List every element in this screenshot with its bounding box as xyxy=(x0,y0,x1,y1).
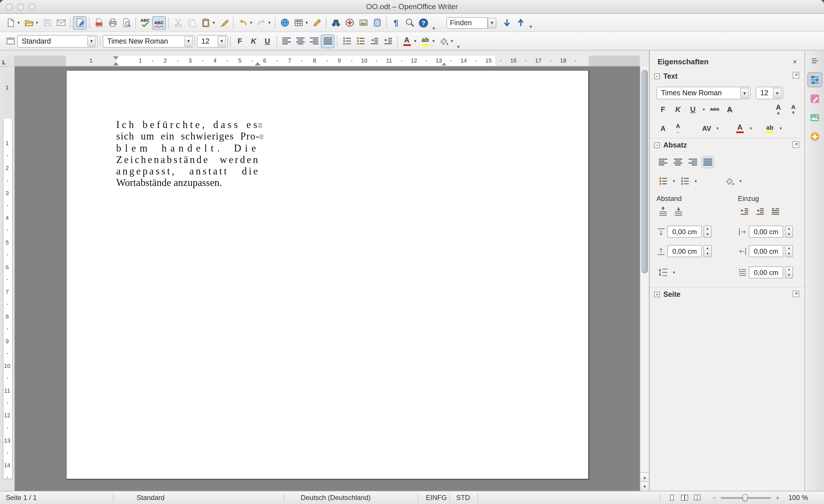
right-margin-marker[interactable] xyxy=(442,63,446,66)
sidebar-font-color-button[interactable]: A xyxy=(733,122,746,135)
scrollbar-thumb[interactable] xyxy=(641,70,648,273)
sidebar-size-dropdown-arrow[interactable]: ▼ xyxy=(773,88,782,98)
redo-button[interactable] xyxy=(254,16,268,29)
paste-button[interactable] xyxy=(199,16,212,29)
character-spacing-dropdown[interactable]: ▼ xyxy=(715,126,720,130)
sidebar-tab-gallery[interactable] xyxy=(807,110,822,125)
minimize-window-button[interactable] xyxy=(17,3,24,10)
paragraph-style-select[interactable]: Standard▼ xyxy=(17,35,98,47)
navigator-button[interactable] xyxy=(342,16,356,29)
switch-indent-button[interactable] xyxy=(769,205,782,218)
increase-indent-button[interactable] xyxy=(381,34,395,48)
sidebar-align-right-button[interactable] xyxy=(686,156,700,169)
status-page-style[interactable]: Standard xyxy=(136,491,165,504)
shadow-button[interactable]: A xyxy=(723,103,736,116)
sidebar-tab-navigator[interactable] xyxy=(807,129,822,144)
left-indent-marker[interactable] xyxy=(113,62,118,66)
new-document-button[interactable] xyxy=(3,16,17,29)
find-next-button[interactable] xyxy=(500,16,514,29)
decrease-paragraph-spacing-button[interactable] xyxy=(672,205,685,218)
zoom-slider-thumb[interactable] xyxy=(742,494,748,502)
first-line-indent-spinner[interactable]: ▲▼ xyxy=(785,266,793,278)
find-input[interactable] xyxy=(446,17,488,28)
strikethrough-button[interactable]: ABC xyxy=(708,103,721,116)
italic-button[interactable]: K xyxy=(247,34,261,48)
hyperlink-button[interactable] xyxy=(278,16,292,29)
find-replace-button[interactable] xyxy=(329,16,342,29)
find-previous-button[interactable] xyxy=(514,16,527,29)
close-window-button[interactable] xyxy=(6,3,13,10)
character-spacing-button[interactable]: AV xyxy=(700,122,713,135)
view-single-page-button[interactable] xyxy=(668,491,676,504)
vertical-scrollbar[interactable]: ▲ ▼ xyxy=(640,67,649,491)
numbered-list-dropdown[interactable]: ▼ xyxy=(693,179,698,183)
first-line-indent-marker[interactable] xyxy=(113,56,118,60)
paragraph-background-dropdown[interactable]: ▼ xyxy=(738,179,743,183)
status-insert-mode[interactable]: EINFG xyxy=(426,491,447,504)
sidebar-bullet-list-button[interactable] xyxy=(656,175,670,188)
paragraph-text[interactable]: Ich befürchte, dass essich um ein schwie… xyxy=(116,119,260,189)
decrease-spacing-button[interactable]: A↔ xyxy=(672,122,685,135)
formatting-toolbar-options-button[interactable]: ▼ xyxy=(455,45,462,49)
sidebar-underline-button[interactable]: U xyxy=(686,103,700,116)
sidebar-bold-button[interactable]: F xyxy=(656,103,670,116)
spacing-above-spinner[interactable]: ▲▼ xyxy=(704,226,712,238)
sidebar-tab-properties[interactable] xyxy=(807,72,822,87)
justify-button[interactable] xyxy=(321,34,334,48)
sidebar-font-name-select[interactable]: Times New Roman▼ xyxy=(656,87,750,99)
copy-button[interactable] xyxy=(185,16,199,29)
collapse-text-section[interactable]: − xyxy=(654,73,660,79)
highlight-color-button[interactable]: ab xyxy=(418,34,432,48)
first-line-indent-field[interactable]: 0,00 cm xyxy=(749,266,783,278)
page-dialog-launcher-icon[interactable] xyxy=(792,290,800,299)
sidebar-italic-button[interactable]: K xyxy=(672,103,685,116)
status-zoom-percent[interactable]: 100 % xyxy=(789,491,808,504)
sidebar-menu-icon[interactable] xyxy=(807,54,822,68)
edit-mode-button[interactable] xyxy=(73,16,87,29)
font-color-button[interactable]: A xyxy=(400,34,414,48)
right-indent-marker[interactable] xyxy=(255,62,261,66)
sidebar-tab-styles[interactable] xyxy=(807,91,822,106)
autospellcheck-button[interactable]: ABC xyxy=(152,16,166,29)
zoom-button[interactable] xyxy=(403,16,417,29)
previous-page-button[interactable]: ▲ xyxy=(640,473,649,482)
zoom-slider[interactable] xyxy=(721,497,771,499)
formatting-marks-button[interactable]: ¶ xyxy=(389,16,403,29)
insert-table-button[interactable] xyxy=(292,16,305,29)
spacing-below-field[interactable]: 0,00 cm xyxy=(667,245,702,257)
styles-icon[interactable] xyxy=(3,34,17,48)
find-toolbar-options-button[interactable]: ▼ xyxy=(527,24,534,28)
underline-button[interactable]: U xyxy=(261,34,274,48)
page-preview-button[interactable] xyxy=(119,16,133,29)
font-size-dropdown-arrow[interactable]: ▼ xyxy=(217,36,226,46)
next-page-button[interactable]: ▼ xyxy=(640,482,649,491)
sidebar-increase-indent-button[interactable] xyxy=(738,205,751,218)
clone-formatting-button[interactable] xyxy=(217,16,231,29)
expand-page-section[interactable]: + xyxy=(654,292,660,297)
spellcheck-button[interactable]: ABC xyxy=(138,16,152,29)
print-button[interactable] xyxy=(106,16,119,29)
sidebar-highlight-dropdown[interactable]: ▼ xyxy=(778,126,783,130)
line-spacing-dropdown[interactable]: ▼ xyxy=(672,270,677,274)
sidebar-decrease-indent-button[interactable] xyxy=(753,205,766,218)
document-canvas[interactable]: Ich befürchte, dass essich um ein schwie… xyxy=(15,67,640,491)
indent-after-spinner[interactable]: ▲▼ xyxy=(785,245,793,257)
zoom-window-button[interactable] xyxy=(29,3,35,10)
sidebar-numbered-list-button[interactable] xyxy=(678,175,692,188)
sidebar-highlight-button[interactable]: ab xyxy=(763,122,777,135)
font-name-dropdown-arrow[interactable]: ▼ xyxy=(184,36,193,46)
indent-after-field[interactable]: 0,00 cm xyxy=(749,245,783,257)
align-left-button[interactable] xyxy=(280,34,293,48)
line-spacing-button[interactable] xyxy=(656,266,670,279)
export-pdf-button[interactable] xyxy=(92,16,106,29)
undo-button[interactable] xyxy=(236,16,249,29)
document-page[interactable]: Ich befürchte, dass essich um ein schwie… xyxy=(66,70,589,479)
find-dropdown[interactable]: ▼ xyxy=(488,17,496,28)
background-color-button[interactable] xyxy=(437,34,450,48)
zoom-out-button[interactable]: − xyxy=(710,494,718,502)
view-multiple-pages-button[interactable] xyxy=(681,491,689,504)
sidebar-font-dropdown-arrow[interactable]: ▼ xyxy=(740,88,749,98)
open-button[interactable] xyxy=(22,16,35,29)
sidebar-justify-button[interactable] xyxy=(701,156,714,169)
bullet-list-button[interactable] xyxy=(353,34,367,48)
